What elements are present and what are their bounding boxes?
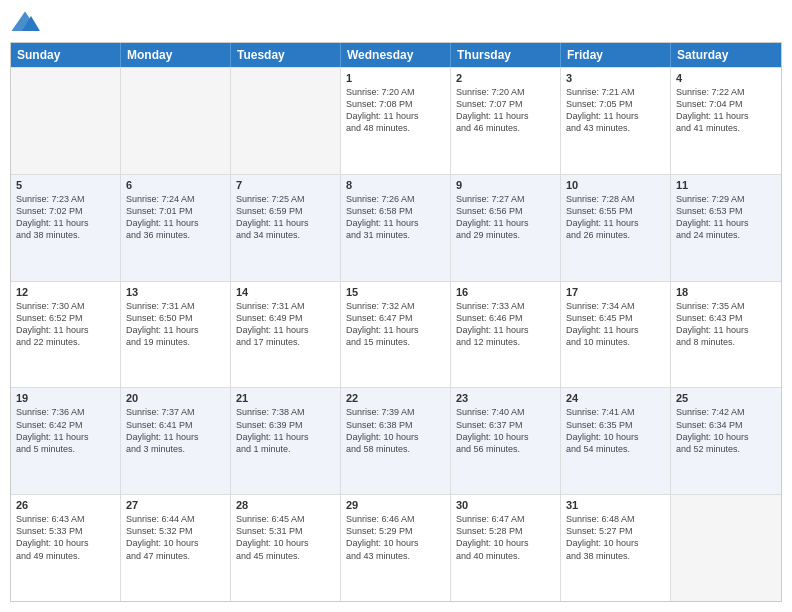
day-number: 4 [676,72,776,84]
logo [10,10,44,34]
day-cell-15: 15Sunrise: 7:32 AM Sunset: 6:47 PM Dayli… [341,282,451,388]
day-number: 11 [676,179,776,191]
page: SundayMondayTuesdayWednesdayThursdayFrid… [0,0,792,612]
day-info: Sunrise: 7:20 AM Sunset: 7:08 PM Dayligh… [346,86,445,135]
day-cell-27: 27Sunrise: 6:44 AM Sunset: 5:32 PM Dayli… [121,495,231,601]
day-cell-24: 24Sunrise: 7:41 AM Sunset: 6:35 PM Dayli… [561,388,671,494]
day-cell-21: 21Sunrise: 7:38 AM Sunset: 6:39 PM Dayli… [231,388,341,494]
day-info: Sunrise: 7:31 AM Sunset: 6:49 PM Dayligh… [236,300,335,349]
calendar: SundayMondayTuesdayWednesdayThursdayFrid… [10,42,782,602]
calendar-row-3: 19Sunrise: 7:36 AM Sunset: 6:42 PM Dayli… [11,387,781,494]
day-number: 30 [456,499,555,511]
day-cell-31: 31Sunrise: 6:48 AM Sunset: 5:27 PM Dayli… [561,495,671,601]
day-number: 3 [566,72,665,84]
day-info: Sunrise: 7:20 AM Sunset: 7:07 PM Dayligh… [456,86,555,135]
day-number: 19 [16,392,115,404]
day-cell-1: 1Sunrise: 7:20 AM Sunset: 7:08 PM Daylig… [341,68,451,174]
day-number: 25 [676,392,776,404]
day-number: 2 [456,72,555,84]
day-number: 27 [126,499,225,511]
day-cell-25: 25Sunrise: 7:42 AM Sunset: 6:34 PM Dayli… [671,388,781,494]
day-number: 26 [16,499,115,511]
day-cell-6: 6Sunrise: 7:24 AM Sunset: 7:01 PM Daylig… [121,175,231,281]
day-number: 29 [346,499,445,511]
day-cell-30: 30Sunrise: 6:47 AM Sunset: 5:28 PM Dayli… [451,495,561,601]
day-info: Sunrise: 7:35 AM Sunset: 6:43 PM Dayligh… [676,300,776,349]
day-cell-13: 13Sunrise: 7:31 AM Sunset: 6:50 PM Dayli… [121,282,231,388]
day-number: 28 [236,499,335,511]
day-cell-11: 11Sunrise: 7:29 AM Sunset: 6:53 PM Dayli… [671,175,781,281]
day-cell-empty [11,68,121,174]
day-number: 9 [456,179,555,191]
day-cell-26: 26Sunrise: 6:43 AM Sunset: 5:33 PM Dayli… [11,495,121,601]
day-number: 7 [236,179,335,191]
day-cell-empty [671,495,781,601]
day-number: 22 [346,392,445,404]
day-number: 10 [566,179,665,191]
day-info: Sunrise: 7:24 AM Sunset: 7:01 PM Dayligh… [126,193,225,242]
day-info: Sunrise: 7:25 AM Sunset: 6:59 PM Dayligh… [236,193,335,242]
day-info: Sunrise: 7:31 AM Sunset: 6:50 PM Dayligh… [126,300,225,349]
day-number: 14 [236,286,335,298]
day-info: Sunrise: 7:41 AM Sunset: 6:35 PM Dayligh… [566,406,665,455]
day-cell-19: 19Sunrise: 7:36 AM Sunset: 6:42 PM Dayli… [11,388,121,494]
header-cell-tuesday: Tuesday [231,43,341,67]
day-number: 16 [456,286,555,298]
calendar-header: SundayMondayTuesdayWednesdayThursdayFrid… [11,43,781,67]
calendar-body: 1Sunrise: 7:20 AM Sunset: 7:08 PM Daylig… [11,67,781,601]
day-number: 13 [126,286,225,298]
day-number: 15 [346,286,445,298]
header-cell-friday: Friday [561,43,671,67]
day-info: Sunrise: 7:36 AM Sunset: 6:42 PM Dayligh… [16,406,115,455]
day-cell-9: 9Sunrise: 7:27 AM Sunset: 6:56 PM Daylig… [451,175,561,281]
header-cell-wednesday: Wednesday [341,43,451,67]
day-number: 18 [676,286,776,298]
day-info: Sunrise: 7:42 AM Sunset: 6:34 PM Dayligh… [676,406,776,455]
day-info: Sunrise: 7:22 AM Sunset: 7:04 PM Dayligh… [676,86,776,135]
day-cell-16: 16Sunrise: 7:33 AM Sunset: 6:46 PM Dayli… [451,282,561,388]
day-number: 5 [16,179,115,191]
day-info: Sunrise: 7:21 AM Sunset: 7:05 PM Dayligh… [566,86,665,135]
day-cell-22: 22Sunrise: 7:39 AM Sunset: 6:38 PM Dayli… [341,388,451,494]
day-info: Sunrise: 7:33 AM Sunset: 6:46 PM Dayligh… [456,300,555,349]
header-cell-sunday: Sunday [11,43,121,67]
day-cell-3: 3Sunrise: 7:21 AM Sunset: 7:05 PM Daylig… [561,68,671,174]
day-info: Sunrise: 7:29 AM Sunset: 6:53 PM Dayligh… [676,193,776,242]
day-number: 23 [456,392,555,404]
day-cell-23: 23Sunrise: 7:40 AM Sunset: 6:37 PM Dayli… [451,388,561,494]
day-cell-14: 14Sunrise: 7:31 AM Sunset: 6:49 PM Dayli… [231,282,341,388]
day-cell-empty [231,68,341,174]
day-number: 17 [566,286,665,298]
day-cell-17: 17Sunrise: 7:34 AM Sunset: 6:45 PM Dayli… [561,282,671,388]
logo-icon [10,10,40,34]
calendar-row-2: 12Sunrise: 7:30 AM Sunset: 6:52 PM Dayli… [11,281,781,388]
calendar-row-0: 1Sunrise: 7:20 AM Sunset: 7:08 PM Daylig… [11,67,781,174]
day-info: Sunrise: 6:45 AM Sunset: 5:31 PM Dayligh… [236,513,335,562]
header [10,10,782,34]
header-cell-saturday: Saturday [671,43,781,67]
day-number: 24 [566,392,665,404]
header-cell-monday: Monday [121,43,231,67]
header-cell-thursday: Thursday [451,43,561,67]
day-info: Sunrise: 7:27 AM Sunset: 6:56 PM Dayligh… [456,193,555,242]
day-info: Sunrise: 7:39 AM Sunset: 6:38 PM Dayligh… [346,406,445,455]
day-info: Sunrise: 7:26 AM Sunset: 6:58 PM Dayligh… [346,193,445,242]
day-info: Sunrise: 7:23 AM Sunset: 7:02 PM Dayligh… [16,193,115,242]
day-cell-20: 20Sunrise: 7:37 AM Sunset: 6:41 PM Dayli… [121,388,231,494]
day-number: 1 [346,72,445,84]
day-info: Sunrise: 6:48 AM Sunset: 5:27 PM Dayligh… [566,513,665,562]
day-info: Sunrise: 7:30 AM Sunset: 6:52 PM Dayligh… [16,300,115,349]
day-info: Sunrise: 7:28 AM Sunset: 6:55 PM Dayligh… [566,193,665,242]
day-number: 12 [16,286,115,298]
day-cell-28: 28Sunrise: 6:45 AM Sunset: 5:31 PM Dayli… [231,495,341,601]
calendar-row-1: 5Sunrise: 7:23 AM Sunset: 7:02 PM Daylig… [11,174,781,281]
day-cell-7: 7Sunrise: 7:25 AM Sunset: 6:59 PM Daylig… [231,175,341,281]
day-cell-10: 10Sunrise: 7:28 AM Sunset: 6:55 PM Dayli… [561,175,671,281]
day-cell-4: 4Sunrise: 7:22 AM Sunset: 7:04 PM Daylig… [671,68,781,174]
day-info: Sunrise: 7:34 AM Sunset: 6:45 PM Dayligh… [566,300,665,349]
day-cell-2: 2Sunrise: 7:20 AM Sunset: 7:07 PM Daylig… [451,68,561,174]
day-cell-18: 18Sunrise: 7:35 AM Sunset: 6:43 PM Dayli… [671,282,781,388]
day-info: Sunrise: 6:43 AM Sunset: 5:33 PM Dayligh… [16,513,115,562]
day-cell-29: 29Sunrise: 6:46 AM Sunset: 5:29 PM Dayli… [341,495,451,601]
day-info: Sunrise: 7:32 AM Sunset: 6:47 PM Dayligh… [346,300,445,349]
